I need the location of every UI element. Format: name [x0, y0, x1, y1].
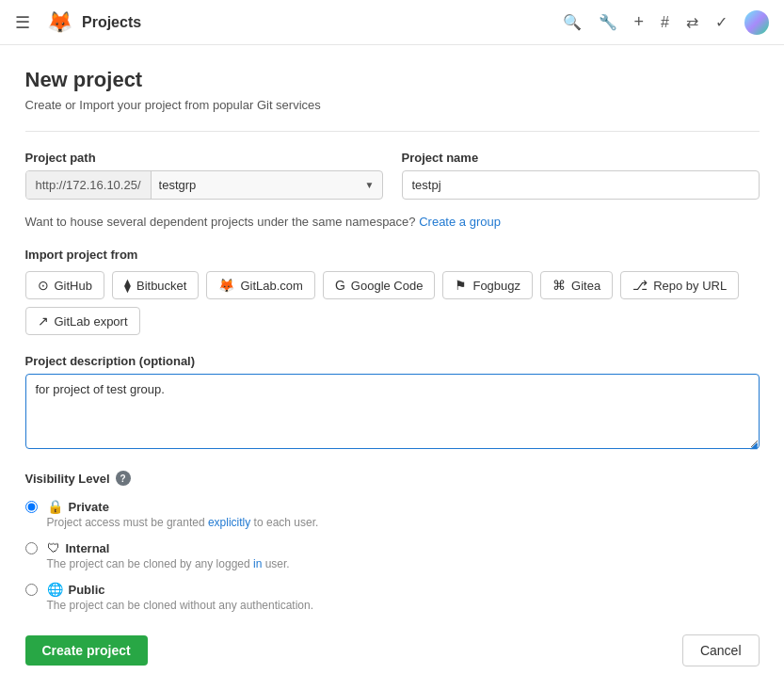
merge-icon[interactable]: ⇄	[686, 13, 698, 31]
import-btn-gitlabcom[interactable]: 🦊GitLab.com	[206, 271, 314, 299]
path-input-group: http://172.16.10.25/ ▼	[25, 170, 383, 200]
import-icon-gitea: ⌘	[552, 278, 566, 293]
import-btn-gitea[interactable]: ⌘Gitea	[540, 271, 613, 299]
visibility-option-internal: 🛡 Internal The project can be cloned by …	[25, 540, 760, 570]
path-prefix: http://172.16.10.25/	[26, 171, 152, 199]
visibility-option-public: 🌐 Public The project can be cloned witho…	[25, 582, 760, 612]
import-icon-googlecode: G	[335, 278, 345, 293]
description-label: Project description (optional)	[25, 354, 760, 368]
project-path-label: Project path	[25, 151, 383, 165]
visibility-radio-private[interactable]	[25, 501, 38, 513]
path-suffix-wrap: ▼	[152, 171, 382, 199]
visibility-name-private: Private	[69, 500, 109, 514]
project-name-input[interactable]	[402, 170, 760, 200]
hash-icon[interactable]: #	[661, 14, 669, 31]
import-btn-repourl[interactable]: ⎇Repo by URL	[620, 271, 739, 299]
visibility-options: 🔒 Private Project access must be granted…	[25, 499, 760, 612]
wrench-icon[interactable]: 🔧	[599, 13, 617, 31]
cancel-button[interactable]: Cancel	[682, 634, 760, 666]
page-title: New project	[25, 68, 760, 92]
namespace-info: Want to house several dependent projects…	[25, 215, 760, 229]
visibility-radio-internal[interactable]	[25, 542, 38, 554]
visibility-icon-public: 🌐	[47, 582, 63, 597]
visibility-option-private: 🔒 Private Project access must be granted…	[25, 499, 760, 529]
import-icon-gitlabcom: 🦊	[218, 278, 234, 293]
search-icon[interactable]: 🔍	[563, 13, 582, 31]
visibility-desc-public: The project can be cloned without any au…	[47, 599, 314, 612]
project-path-group: Project path http://172.16.10.25/ ▼	[25, 151, 383, 200]
visibility-name-internal: Internal	[66, 541, 110, 555]
visibility-icon-internal: 🛡	[47, 540, 60, 555]
import-btn-googlecode[interactable]: GGoogle Code	[323, 271, 436, 299]
main-content: New project Create or Import your projec…	[7, 45, 778, 689]
project-name-label: Project name	[402, 151, 760, 165]
import-icon-fogbugz: ⚑	[455, 278, 467, 293]
project-path-name-row: Project path http://172.16.10.25/ ▼ Proj…	[25, 151, 760, 200]
plus-icon[interactable]: +	[634, 12, 645, 32]
check-icon[interactable]: ✓	[715, 13, 728, 31]
import-icon-repourl: ⎇	[632, 278, 648, 293]
visibility-desc-private: Project access must be granted explicitl…	[47, 516, 319, 529]
description-wrap: ◢	[25, 374, 760, 452]
visibility-icon-private: 🔒	[47, 499, 63, 514]
app-title: Projects	[82, 14, 141, 31]
visibility-name-public: Public	[69, 583, 105, 597]
import-icon-bitbucket: ⧫	[124, 278, 131, 293]
import-icon-github: ⊙	[38, 278, 49, 293]
import-buttons-container: ⊙GitHub⧫Bitbucket🦊GitLab.comGGoogle Code…	[25, 271, 760, 335]
hamburger-icon[interactable]: ☰	[15, 12, 30, 33]
visibility-label: Visibility Level ?	[25, 471, 760, 486]
gitlab-logo: 🦊	[47, 10, 72, 35]
import-btn-gitlabexport[interactable]: ↗GitLab export	[25, 307, 140, 335]
visibility-desc-internal: The project can be cloned by any logged …	[47, 557, 290, 570]
project-name-group: Project name	[402, 151, 760, 200]
import-label: Import project from	[25, 248, 760, 262]
create-project-button[interactable]: Create project	[25, 635, 148, 666]
create-group-link[interactable]: Create a group	[419, 215, 501, 229]
import-btn-bitbucket[interactable]: ⧫Bitbucket	[112, 271, 199, 299]
import-btn-github[interactable]: ⊙GitHub	[25, 271, 104, 299]
navbar: ☰ 🦊 Projects 🔍 🔧 + # ⇄ ✓	[0, 0, 784, 45]
description-textarea[interactable]	[25, 374, 760, 449]
help-icon[interactable]: ?	[116, 471, 131, 486]
import-icon-gitlabexport: ↗	[38, 313, 49, 329]
page-subtitle: Create or Import your project from popul…	[25, 98, 760, 112]
divider	[25, 131, 760, 132]
project-path-input[interactable]	[152, 171, 382, 199]
visibility-radio-public[interactable]	[25, 584, 38, 596]
user-avatar[interactable]	[744, 10, 769, 35]
navbar-icons: 🔍 🔧 + # ⇄ ✓	[563, 10, 769, 35]
import-btn-fogbugz[interactable]: ⚑Fogbugz	[442, 271, 533, 299]
form-actions: Create project Cancel	[25, 634, 760, 666]
